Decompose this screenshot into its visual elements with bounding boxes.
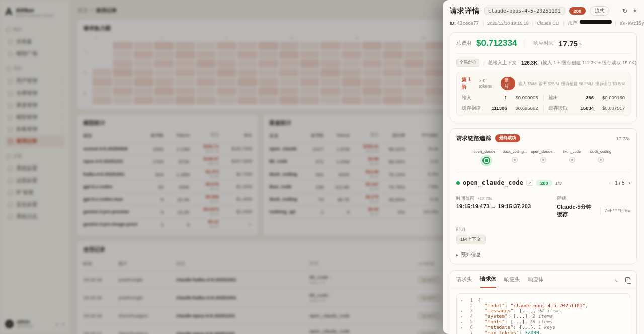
- trace-card: 请求链路追踪 最终成功 17.73s open_claude... duck_c…: [450, 128, 637, 264]
- expand-triangle-icon: ▸: [456, 253, 458, 257]
- fold-icon[interactable]: ▾: [461, 298, 466, 303]
- response-time: 17.75: [558, 39, 578, 48]
- channel-name: open_claude_code: [463, 179, 523, 186]
- tab-request-headers[interactable]: 请求头: [456, 276, 472, 287]
- fold-icon[interactable]: ▸: [461, 325, 466, 330]
- json-viewer: ▾1{ 2"model": "claude-opus-4-5-20251101"…: [456, 293, 630, 334]
- redacted-username: [580, 20, 612, 24]
- pager-next-icon[interactable]: ›: [629, 180, 630, 186]
- tab-request-body[interactable]: 请求体: [480, 276, 497, 288]
- trace-node-icon: [598, 157, 604, 163]
- capability-tag: 1M上下文: [456, 235, 486, 244]
- attempt-status-badge: 200: [536, 180, 552, 186]
- trace-duration: 17.73s: [616, 136, 630, 141]
- time-range: 19:15:19.473 → 19:15:37.203: [456, 203, 557, 209]
- payload-card: 请求头 请求体 响应头 响应体 ↔ ▾1{ 2"model": "claude-…: [450, 270, 637, 334]
- total-cost: $0.712334: [476, 38, 517, 48]
- context-total: 126.3K: [521, 60, 537, 66]
- trace-node-icon: [540, 157, 546, 163]
- drawer-title: 请求详情: [450, 6, 480, 16]
- key-name: Claude-5分钟缓存: [557, 203, 596, 218]
- trace-node-icon: [512, 157, 518, 163]
- status-dot: [456, 181, 460, 185]
- pricing-mode-tag: 全局定价: [456, 59, 479, 67]
- final-status-badge: 最终成功: [495, 134, 520, 142]
- model-tag: claude-opus-4-5-20251101: [484, 7, 565, 15]
- attempt-count: 1/3: [555, 180, 562, 186]
- fold-icon[interactable]: ▸: [461, 309, 466, 314]
- pager-position: 1 / 5: [615, 180, 624, 186]
- tab-response-body[interactable]: 响应体: [528, 276, 544, 287]
- tier-rates: 输入 $5/M 输出 $25/M 缓存创建 $6.25/M 缓存读取 $0.5/…: [518, 81, 625, 87]
- fold-icon[interactable]: ▸: [461, 314, 466, 319]
- stream-badge: 流式: [590, 6, 609, 16]
- pricing-tier-card: 第 1 阶 > 0 tokens 当前 输入 $5/M 输出 $25/M 缓存创…: [456, 72, 630, 116]
- trace-node-icon: [569, 157, 575, 163]
- expand-icon[interactable]: ↔: [613, 276, 621, 284]
- trace-node[interactable]: ikun_code: [561, 149, 583, 164]
- trace-node[interactable]: open_claude...: [532, 149, 554, 164]
- key-id: Z0F***PT0=: [605, 208, 630, 213]
- close-icon[interactable]: ×: [633, 8, 637, 15]
- trace-node-icon: [482, 157, 490, 164]
- time-delta: +17.73s: [477, 196, 492, 201]
- trace-timeline: open_claude... duck_coding... open_claud…: [456, 149, 630, 164]
- refresh-icon[interactable]: ↻: [622, 8, 627, 15]
- extra-info-toggle[interactable]: ▸ 额外信息: [456, 251, 630, 258]
- tab-response-headers[interactable]: 响应头: [504, 276, 520, 287]
- trace-node[interactable]: duck_coding...: [504, 149, 526, 164]
- cost-card: 总费用 $0.712334 响应时间 17.75 s 全局定价 | 总输入上下文…: [450, 32, 637, 122]
- current-tier-badge: 当前: [501, 77, 515, 90]
- trace-node[interactable]: open_claude...: [475, 149, 497, 164]
- pager-prev-icon[interactable]: ‹: [609, 180, 611, 186]
- copy-icon[interactable]: [625, 277, 630, 283]
- status-code-badge: 200: [569, 7, 586, 15]
- external-link-icon[interactable]: ↗: [526, 180, 533, 186]
- request-detail-drawer: 请求详情 claude-opus-4-5-20251101 200 流式 ↻ ×…: [443, 0, 644, 334]
- trace-title: 请求链路追踪: [456, 135, 491, 142]
- fold-icon[interactable]: ▸: [461, 320, 466, 325]
- api-key-text: sk-WvzISy4...uwgB: [620, 21, 644, 26]
- context-breakdown: (输入 1 + 缓存创建 111.3K + 缓存读取 15.0K): [541, 60, 636, 66]
- payload-tabs: 请求头 请求体 响应头 响应体 ↔: [450, 271, 636, 288]
- trace-detail: open_claude_code ↗ 200 1/3 ‹ 1 / 5 › 时间范…: [456, 173, 630, 258]
- request-meta: ID: 43cede77 | 2025/12/10 19:15:19 | Cla…: [450, 20, 637, 26]
- trace-node[interactable]: duck_coding: [590, 149, 612, 164]
